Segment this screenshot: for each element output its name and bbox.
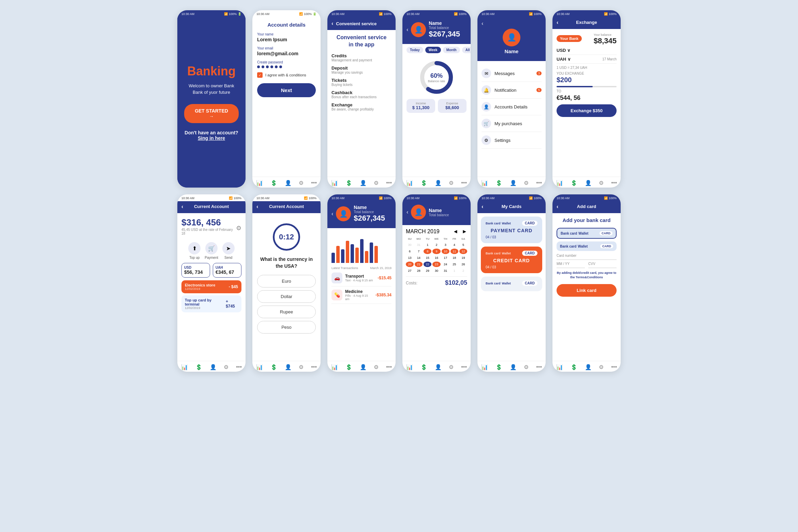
option-euro[interactable]: Euro <box>257 275 316 287</box>
cal-day[interactable]: 1 <box>450 268 458 274</box>
cal-day[interactable]: 27 <box>406 268 414 274</box>
nav-person-11[interactable]: 👤 <box>510 364 517 370</box>
nav-person-10[interactable]: 👤 <box>435 364 442 370</box>
nav-person-3[interactable]: 👤 <box>360 180 367 186</box>
back-arrow-8[interactable]: ‹ <box>256 204 258 210</box>
nav-more-9[interactable]: ••• <box>386 364 392 370</box>
terms-link[interactable]: Terms&Conditions <box>576 276 603 279</box>
action-send[interactable]: ➤ Send <box>222 242 235 260</box>
nav-dollar-5[interactable]: 💲 <box>496 180 502 186</box>
nav-more-6[interactable]: ••• <box>611 180 617 186</box>
nav-chart-6[interactable]: 📊 <box>556 180 563 186</box>
tab-week[interactable]: Week <box>425 47 441 53</box>
cal-day[interactable]: 13 <box>406 255 414 261</box>
nav-person-7[interactable]: 👤 <box>210 364 217 370</box>
currency-usd-row[interactable]: USD ∨ <box>557 46 617 55</box>
menu-messages[interactable]: ✉ Messages 3 <box>482 65 542 82</box>
nav-gear[interactable]: ⚙ <box>299 180 304 186</box>
cal-day[interactable]: 12 <box>459 249 467 254</box>
cal-day[interactable]: 30 <box>432 268 440 274</box>
back-arrow-9[interactable]: ‹ <box>331 211 333 217</box>
nav-dollar-4[interactable]: 💲 <box>420 180 427 186</box>
exchange-slider[interactable] <box>557 86 617 87</box>
nav-person-4[interactable]: 👤 <box>435 180 442 186</box>
settings-icon-7[interactable]: ⚙ <box>236 224 241 232</box>
nav-person[interactable]: 👤 <box>285 180 292 186</box>
menu-settings[interactable]: ⚙ Settings <box>482 132 542 149</box>
option-dollar[interactable]: Dollar <box>257 290 316 303</box>
nav-person-9[interactable]: 👤 <box>360 364 367 370</box>
nav-more-4[interactable]: ••• <box>461 180 467 186</box>
nav-chart-8[interactable]: 📊 <box>256 364 263 370</box>
nav-person-5[interactable]: 👤 <box>510 180 517 186</box>
nav-more-8[interactable]: ••• <box>311 364 317 370</box>
link-card-button[interactable]: Link card <box>557 284 617 297</box>
cal-day[interactable]: 19 <box>459 255 467 261</box>
nav-more-3[interactable]: ••• <box>386 180 392 186</box>
nav-gear-12[interactable]: ⚙ <box>599 364 604 370</box>
tab-all[interactable]: All <box>462 47 471 53</box>
nav-chart-12[interactable]: 📊 <box>556 364 563 370</box>
mini-card-2[interactable]: Bank card Wallet CARD <box>557 241 617 251</box>
back-arrow-12[interactable]: ‹ <box>557 204 558 210</box>
mini-card-1[interactable]: Bank card Wallet CARD <box>557 228 617 239</box>
nav-chart-11[interactable]: 📊 <box>481 364 488 370</box>
exchange-button[interactable]: Exchange $350 <box>557 104 617 117</box>
back-arrow-11[interactable]: ‹ <box>482 204 483 210</box>
nav-gear-11[interactable]: ⚙ <box>524 364 529 370</box>
nav-dollar-3[interactable]: 💲 <box>345 180 352 186</box>
nav-person-12[interactable]: 👤 <box>585 364 592 370</box>
nav-more-11[interactable]: ••• <box>536 364 542 370</box>
cal-day[interactable]: 1 <box>424 242 431 248</box>
back-arrow-7[interactable]: ‹ <box>181 204 183 210</box>
nav-chart-7[interactable]: 📊 <box>181 364 188 370</box>
nav-dollar-7[interactable]: 💲 <box>195 364 202 370</box>
nav-more-10[interactable]: ••• <box>461 364 467 370</box>
action-topup[interactable]: ⬆ Top up <box>188 242 201 260</box>
nav-dollar-10[interactable]: 💲 <box>420 364 427 370</box>
nav-gear-4[interactable]: ⚙ <box>449 180 454 186</box>
currency-uah-row[interactable]: UAH ∨ 17 March <box>557 55 617 64</box>
back-arrow-5[interactable]: ‹ <box>482 20 483 27</box>
back-arrow-4[interactable]: ‹ <box>407 27 408 33</box>
cal-day[interactable]: 8 <box>424 249 431 254</box>
cal-day[interactable]: 31 <box>442 268 449 274</box>
nav-dollar-12[interactable]: 💲 <box>571 364 577 370</box>
nav-dollar-6[interactable]: 💲 <box>571 180 577 186</box>
nav-chart-10[interactable]: 📊 <box>406 364 413 370</box>
nav-dollar-9[interactable]: 💲 <box>345 364 352 370</box>
cal-day[interactable]: 31 <box>415 242 423 248</box>
cal-day[interactable]: 28 <box>415 268 423 274</box>
cal-day[interactable]: 10 <box>442 249 449 254</box>
tab-month[interactable]: Month <box>443 47 460 53</box>
nav-dollar-11[interactable]: 💲 <box>496 364 502 370</box>
nav-dollar-8[interactable]: 💲 <box>270 364 277 370</box>
cal-day[interactable]: 21 <box>415 262 423 267</box>
action-payment[interactable]: 🛒 Payment <box>205 242 218 260</box>
next-month-button[interactable]: ► <box>462 228 467 234</box>
agree-checkbox[interactable]: ✓ <box>257 72 263 78</box>
nav-more[interactable]: ••• <box>311 180 317 186</box>
nav-person-8[interactable]: 👤 <box>285 364 292 370</box>
nav-more-5[interactable]: ••• <box>536 180 542 186</box>
nav-chart-9[interactable]: 📊 <box>331 364 338 370</box>
nav-more-7[interactable]: ••• <box>236 364 242 370</box>
cal-day[interactable]: 16 <box>432 255 440 261</box>
nav-chart-5[interactable]: 📊 <box>481 180 488 186</box>
cal-day[interactable]: 26 <box>459 262 467 267</box>
cal-day[interactable]: 2 <box>459 268 467 274</box>
back-arrow-10[interactable]: ‹ <box>407 209 408 215</box>
cal-day[interactable]: 30 <box>406 242 414 248</box>
your-bank-badge[interactable]: Your Bank <box>557 35 582 42</box>
cal-day[interactable]: 2 <box>432 242 440 248</box>
menu-accounts-details[interactable]: 👤 Accounts Details <box>482 99 542 115</box>
nav-gear-10[interactable]: ⚙ <box>449 364 454 370</box>
nav-gear-7[interactable]: ⚙ <box>224 364 228 370</box>
menu-notification[interactable]: 🔔 Notification 5 <box>482 82 542 99</box>
nav-chart-3[interactable]: 📊 <box>331 180 338 186</box>
next-button[interactable]: Next <box>257 83 316 97</box>
nav-more-12[interactable]: ••• <box>611 364 617 370</box>
cal-day[interactable]: 24 <box>442 262 449 267</box>
cal-day[interactable]: 14 <box>415 255 423 261</box>
cal-day[interactable]: 15 <box>424 255 431 261</box>
